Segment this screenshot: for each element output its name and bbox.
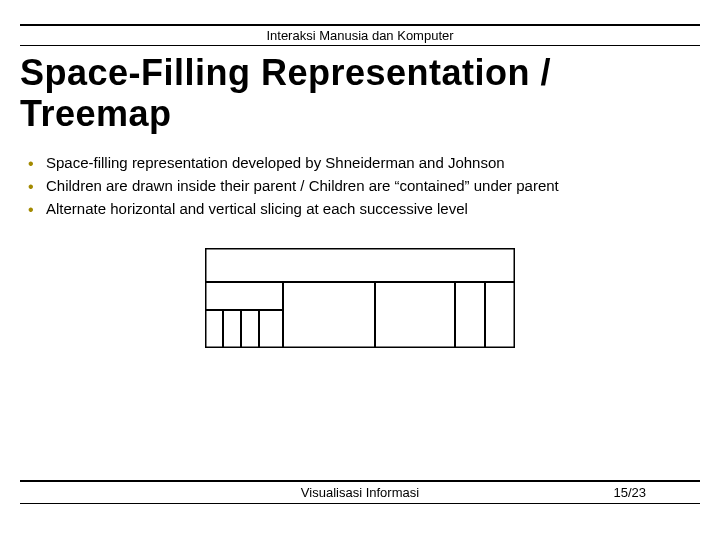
bullet-item: Children are drawn inside their parent /… [24,176,700,196]
svg-rect-0 [206,248,515,347]
page-number: 15/23 [613,485,646,500]
bullet-item: Space-filling representation developed b… [24,153,700,173]
bullet-item: Alternate horizontal and vertical slicin… [24,199,700,219]
header-course: Interaksi Manusia dan Komputer [266,28,453,43]
treemap-diagram [205,248,515,348]
footer: Visualisasi Informasi 15/23 [20,480,700,504]
header-bar: Interaksi Manusia dan Komputer [20,24,700,46]
footer-subject: Visualisasi Informasi [301,485,419,500]
bullet-list: Space-filling representation developed b… [20,143,700,220]
slide-title: Space-Filling Representation / Treemap [20,46,700,143]
footer-bar: Visualisasi Informasi 15/23 [20,480,700,504]
